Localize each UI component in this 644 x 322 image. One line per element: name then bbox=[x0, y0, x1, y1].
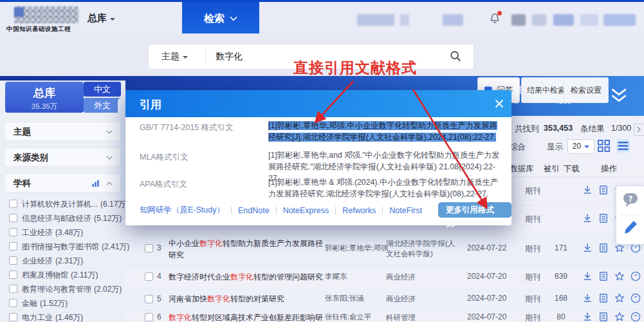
favorite-icon[interactable] bbox=[614, 293, 625, 303]
sidebar-library-total[interactable]: 总库 35.35万 bbox=[5, 82, 84, 113]
caret-down-icon bbox=[110, 18, 115, 23]
list-view-icon[interactable] bbox=[616, 139, 630, 153]
result-row: 6 数字化转型对区域高技术产业创新差距影响研究 张钰伟;俞立平 科研管理 202… bbox=[125, 310, 644, 322]
col-downloads[interactable]: 下载 bbox=[564, 164, 580, 175]
subject-label: 图书情报与数字图书馆 bbox=[22, 242, 99, 251]
quote-icon[interactable] bbox=[630, 312, 641, 322]
source-journal[interactable]: 商业经济 bbox=[386, 294, 462, 304]
next-page-button[interactable] bbox=[634, 124, 644, 136]
subject-filter-item[interactable]: 企业经济(2.31万) bbox=[9, 256, 124, 269]
export-link-noteexpress[interactable]: NoteExpress bbox=[283, 206, 329, 215]
row-checkbox[interactable] bbox=[145, 272, 153, 281]
download-count[interactable]: 639 bbox=[551, 272, 571, 281]
download-count[interactable]: 168 bbox=[551, 294, 571, 303]
row-checkbox[interactable] bbox=[145, 244, 153, 252]
html-read-icon[interactable] bbox=[598, 312, 609, 322]
library-switcher[interactable]: 总库 bbox=[87, 12, 115, 24]
search-settings-button[interactable]: 检索设置 bbox=[564, 77, 609, 103]
checkbox[interactable] bbox=[9, 270, 17, 279]
authors[interactable]: 郭彬彬;覃艳华;邓强 bbox=[325, 243, 389, 253]
grid-view-icon[interactable] bbox=[597, 139, 611, 153]
download-icon[interactable] bbox=[582, 312, 593, 322]
lang-tab-chinese[interactable]: 中文 bbox=[84, 82, 121, 97]
title-text: 数字经济时代企业 bbox=[169, 272, 230, 281]
export-links: 知网研学（原E-Study） EndNote NoteExpress Refwo… bbox=[140, 205, 422, 216]
checkbox[interactable] bbox=[9, 228, 17, 236]
subject-filter-item[interactable]: 教育理论与教育管理(2.02万) bbox=[9, 284, 124, 297]
html-read-icon[interactable] bbox=[598, 213, 609, 223]
filter-sidebar: 总库 35.35万 中文 外文 主题 来源类别 学科 计算机软件及计算机...(… bbox=[0, 80, 125, 322]
search-field-selector[interactable]: 主题 bbox=[161, 51, 188, 62]
subject-filter-item[interactable]: 计算机软件及计算机...(6.17万) bbox=[9, 199, 124, 212]
expand-banner-chevrons-icon[interactable] bbox=[610, 86, 628, 106]
filter-group-label: 主题 bbox=[14, 127, 31, 137]
top-nav: 中国知识基础设施工程 总库 检索 bbox=[0, 0, 644, 35]
publish-date: 2024-07-20 bbox=[467, 272, 506, 281]
citation-text-gbt[interactable]: [1]郭彬彬,覃艳华,邓强.中小企业数字化转型助力新质生产力发展路径研究[J].… bbox=[268, 120, 502, 143]
close-icon[interactable] bbox=[495, 99, 504, 108]
help-bubble-icon[interactable] bbox=[622, 191, 639, 208]
download-icon[interactable] bbox=[582, 213, 593, 223]
quote-icon[interactable] bbox=[630, 293, 641, 303]
html-read-icon[interactable] bbox=[598, 243, 609, 253]
source-journal[interactable]: 湖北经济学院学报(人文社会科学版) bbox=[386, 238, 462, 259]
subject-filter-item[interactable]: 电力工业(1.46万) bbox=[9, 312, 124, 322]
subject-filter-item[interactable]: 档案及博物馆(2.11万) bbox=[9, 270, 124, 283]
download-count[interactable]: 171 bbox=[551, 243, 571, 252]
authors[interactable]: 李耀东 bbox=[325, 272, 389, 281]
source-journal[interactable]: 科研管理 bbox=[386, 312, 462, 322]
checkbox[interactable] bbox=[9, 200, 17, 208]
download-icon[interactable] bbox=[582, 243, 593, 253]
search-icon[interactable] bbox=[450, 50, 461, 62]
authors[interactable]: 张钰伟;俞立平 bbox=[325, 312, 389, 322]
checkbox[interactable] bbox=[9, 313, 17, 321]
filter-group-source[interactable]: 来源类别 bbox=[4, 147, 121, 167]
source-journal[interactable]: 商业经济 bbox=[386, 272, 462, 282]
citation-text-apa[interactable]: [1]郭彬彬,覃艳华 & 邓强.(2024).中小企业数字化转型助力新质生产力发… bbox=[268, 176, 502, 200]
favorite-icon[interactable] bbox=[614, 271, 625, 281]
lang-tab-foreign[interactable]: 外文 bbox=[84, 98, 121, 113]
html-read-icon[interactable] bbox=[598, 271, 609, 281]
col-cited[interactable]: 被引 bbox=[544, 164, 560, 175]
export-link-endnote[interactable]: EndNote bbox=[238, 206, 270, 215]
download-icon[interactable] bbox=[582, 271, 593, 281]
page-size-select[interactable]: 20 bbox=[567, 139, 594, 154]
subject-filter-item[interactable]: 工业经济(3.48万) bbox=[9, 227, 124, 240]
subject-filter-item[interactable]: 金融(1.52万) bbox=[9, 298, 124, 311]
paper-title[interactable]: 数字经济时代企业数字化转型的管理问题研究 bbox=[169, 271, 329, 283]
checkbox[interactable] bbox=[9, 299, 17, 307]
paper-title[interactable]: 河南省加快数字化转型的对策研究 bbox=[169, 293, 329, 305]
filter-group-subject[interactable]: 学科 bbox=[4, 173, 121, 193]
export-link-notefirst[interactable]: NoteFirst bbox=[389, 206, 422, 215]
edit-pencil-icon[interactable] bbox=[623, 220, 638, 235]
download-icon[interactable] bbox=[582, 293, 593, 303]
download-icon[interactable] bbox=[582, 185, 593, 195]
caret-down-icon bbox=[584, 146, 589, 151]
checkbox[interactable] bbox=[9, 214, 17, 222]
subject-count: (1.52万) bbox=[40, 299, 68, 308]
subject-count: (2.41万) bbox=[102, 242, 129, 251]
authors[interactable]: 张东阳;张涵 bbox=[325, 294, 389, 303]
sort-option-relevance[interactable]: 综合 bbox=[510, 142, 526, 153]
checkbox[interactable] bbox=[9, 242, 17, 251]
checkbox[interactable] bbox=[9, 285, 17, 293]
html-read-icon[interactable] bbox=[598, 185, 609, 195]
quote-icon[interactable] bbox=[630, 271, 641, 281]
html-read-icon[interactable] bbox=[598, 293, 609, 303]
more-citation-formats-button[interactable]: 更多引用格式 >> bbox=[438, 202, 511, 218]
row-checkbox[interactable] bbox=[145, 295, 153, 303]
subject-filter-item[interactable]: 信息经济与邮政经济(5.12万) bbox=[9, 213, 124, 226]
cnki-logo-censored[interactable] bbox=[14, 6, 78, 23]
favorite-icon[interactable] bbox=[614, 312, 625, 322]
subject-filter-item[interactable]: 图书情报与数字图书馆(2.41万) bbox=[9, 242, 124, 254]
filter-group-topic[interactable]: 主题 bbox=[4, 122, 121, 141]
bar-chart-icon[interactable] bbox=[91, 179, 100, 187]
download-count[interactable]: 80 bbox=[551, 312, 571, 321]
paper-title[interactable]: 数字化转型对区域高技术产业创新差距影响研究 bbox=[169, 312, 329, 322]
paper-title[interactable]: 中小企业数字化转型助力新质生产力发展路径研究 bbox=[169, 238, 329, 261]
export-link-refworks[interactable]: Refworks bbox=[342, 206, 376, 215]
checkbox[interactable] bbox=[9, 256, 17, 265]
export-link-cnki-estudy[interactable]: 知网研学（原E-Study） bbox=[140, 205, 225, 216]
row-checkbox[interactable] bbox=[145, 313, 153, 321]
tab-search[interactable]: 检索 bbox=[182, 2, 259, 35]
